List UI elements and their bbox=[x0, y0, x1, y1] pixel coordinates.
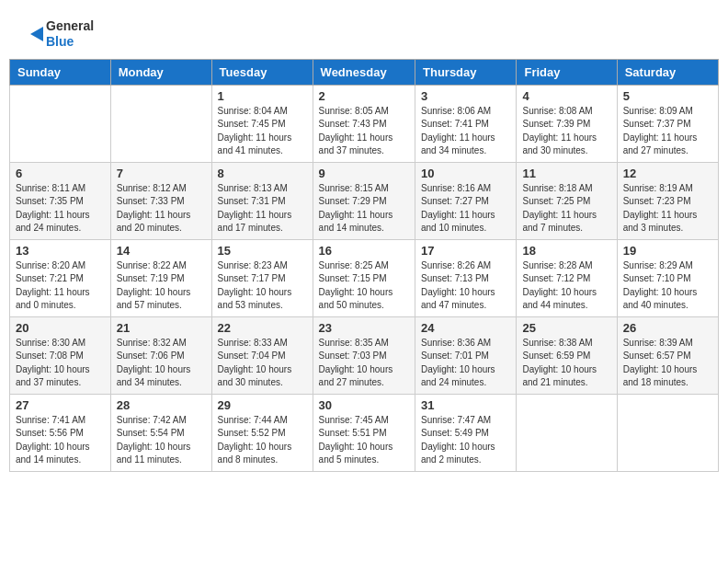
daylight-text: Daylight: 11 hours and 37 minutes. bbox=[319, 132, 393, 156]
calendar-cell: 10 Sunrise: 8:16 AM Sunset: 7:27 PM Dayl… bbox=[415, 162, 517, 239]
sunset-text: Sunset: 5:56 PM bbox=[16, 428, 84, 438]
day-number: 28 bbox=[117, 398, 206, 412]
daylight-text: Daylight: 10 hours and 11 minutes. bbox=[117, 442, 191, 465]
sunset-text: Sunset: 7:19 PM bbox=[117, 273, 185, 283]
day-info: Sunrise: 8:12 AM Sunset: 7:33 PM Dayligh… bbox=[117, 182, 206, 236]
sunset-text: Sunset: 5:49 PM bbox=[421, 428, 489, 438]
day-number: 27 bbox=[16, 398, 105, 412]
logo-bird-icon bbox=[23, 21, 43, 47]
day-number: 25 bbox=[522, 321, 610, 335]
sunrise-text: Sunrise: 8:04 AM bbox=[218, 106, 288, 116]
calendar-week-3: 13 Sunrise: 8:20 AM Sunset: 7:21 PM Dayl… bbox=[10, 239, 719, 316]
daylight-text: Daylight: 10 hours and 8 minutes. bbox=[218, 442, 292, 465]
day-info: Sunrise: 7:44 AM Sunset: 5:52 PM Dayligh… bbox=[218, 414, 307, 467]
day-info: Sunrise: 8:08 AM Sunset: 7:39 PM Dayligh… bbox=[522, 105, 610, 158]
svg-marker-0 bbox=[30, 27, 43, 41]
daylight-text: Daylight: 10 hours and 5 minutes. bbox=[319, 442, 393, 465]
day-info: Sunrise: 8:18 AM Sunset: 7:25 PM Dayligh… bbox=[522, 182, 610, 236]
calendar-cell: 6 Sunrise: 8:11 AM Sunset: 7:35 PM Dayli… bbox=[10, 162, 111, 239]
day-info: Sunrise: 7:42 AM Sunset: 5:54 PM Dayligh… bbox=[117, 414, 206, 467]
day-info: Sunrise: 8:22 AM Sunset: 7:19 PM Dayligh… bbox=[117, 259, 206, 313]
day-number: 16 bbox=[319, 244, 409, 258]
calendar-cell: 3 Sunrise: 8:06 AM Sunset: 7:41 PM Dayli… bbox=[415, 85, 517, 162]
page-header: General Blue bbox=[9, 9, 719, 54]
daylight-text: Daylight: 10 hours and 44 minutes. bbox=[522, 287, 597, 311]
calendar-cell: 8 Sunrise: 8:13 AM Sunset: 7:31 PM Dayli… bbox=[211, 162, 313, 239]
sunrise-text: Sunrise: 8:25 AM bbox=[319, 260, 389, 270]
sunset-text: Sunset: 7:29 PM bbox=[319, 196, 387, 206]
logo-line2: Blue bbox=[46, 34, 94, 50]
sunset-text: Sunset: 6:57 PM bbox=[623, 350, 691, 361]
sunset-text: Sunset: 7:33 PM bbox=[117, 196, 185, 206]
daylight-text: Daylight: 10 hours and 53 minutes. bbox=[218, 287, 292, 311]
daylight-text: Daylight: 10 hours and 18 minutes. bbox=[623, 364, 698, 388]
sunrise-text: Sunrise: 8:35 AM bbox=[319, 338, 389, 348]
day-number: 17 bbox=[421, 244, 510, 258]
calendar-header-row: SundayMondayTuesdayWednesdayThursdayFrid… bbox=[10, 59, 719, 85]
sunrise-text: Sunrise: 8:26 AM bbox=[421, 260, 491, 270]
sunset-text: Sunset: 5:54 PM bbox=[117, 428, 185, 438]
sunset-text: Sunset: 5:51 PM bbox=[319, 428, 387, 438]
day-number: 15 bbox=[218, 244, 307, 258]
daylight-text: Daylight: 10 hours and 47 minutes. bbox=[421, 287, 495, 311]
calendar-cell: 11 Sunrise: 8:18 AM Sunset: 7:25 PM Dayl… bbox=[517, 162, 617, 239]
calendar-cell bbox=[617, 394, 718, 471]
sunrise-text: Sunrise: 8:11 AM bbox=[16, 183, 85, 193]
calendar-cell: 24 Sunrise: 8:36 AM Sunset: 7:01 PM Dayl… bbox=[415, 316, 517, 394]
sunset-text: Sunset: 7:17 PM bbox=[218, 273, 286, 283]
column-header-sunday: Sunday bbox=[10, 59, 111, 85]
sunset-text: Sunset: 7:23 PM bbox=[623, 196, 691, 206]
sunrise-text: Sunrise: 8:13 AM bbox=[218, 183, 288, 193]
day-info: Sunrise: 8:04 AM Sunset: 7:45 PM Dayligh… bbox=[218, 105, 307, 158]
daylight-text: Daylight: 11 hours and 14 minutes. bbox=[319, 210, 393, 234]
sunrise-text: Sunrise: 8:36 AM bbox=[421, 338, 491, 348]
calendar-cell: 27 Sunrise: 7:41 AM Sunset: 5:56 PM Dayl… bbox=[10, 394, 111, 471]
day-info: Sunrise: 8:23 AM Sunset: 7:17 PM Dayligh… bbox=[218, 259, 307, 313]
day-number: 26 bbox=[623, 321, 712, 335]
day-info: Sunrise: 8:25 AM Sunset: 7:15 PM Dayligh… bbox=[319, 259, 409, 313]
day-info: Sunrise: 7:47 AM Sunset: 5:49 PM Dayligh… bbox=[421, 414, 510, 467]
day-info: Sunrise: 8:09 AM Sunset: 7:37 PM Dayligh… bbox=[623, 105, 712, 158]
sunrise-text: Sunrise: 7:44 AM bbox=[218, 415, 288, 425]
calendar-cell bbox=[10, 85, 111, 162]
sunset-text: Sunset: 7:21 PM bbox=[16, 273, 84, 283]
day-info: Sunrise: 8:36 AM Sunset: 7:01 PM Dayligh… bbox=[421, 337, 510, 390]
sunset-text: Sunset: 7:06 PM bbox=[117, 350, 185, 361]
calendar-week-5: 27 Sunrise: 7:41 AM Sunset: 5:56 PM Dayl… bbox=[10, 394, 719, 471]
calendar-cell: 15 Sunrise: 8:23 AM Sunset: 7:17 PM Dayl… bbox=[211, 239, 313, 316]
day-number: 13 bbox=[16, 244, 105, 258]
sunset-text: Sunset: 7:01 PM bbox=[421, 350, 489, 361]
sunset-text: Sunset: 7:31 PM bbox=[218, 196, 286, 206]
daylight-text: Daylight: 11 hours and 20 minutes. bbox=[117, 210, 191, 234]
logo-container: General Blue bbox=[23, 18, 94, 50]
day-number: 11 bbox=[522, 167, 610, 180]
logo: General Blue bbox=[23, 18, 94, 50]
calendar-cell: 9 Sunrise: 8:15 AM Sunset: 7:29 PM Dayli… bbox=[313, 162, 415, 239]
calendar-week-1: 1 Sunrise: 8:04 AM Sunset: 7:45 PM Dayli… bbox=[10, 85, 719, 162]
day-number: 9 bbox=[319, 167, 409, 180]
sunset-text: Sunset: 7:10 PM bbox=[623, 273, 691, 283]
day-number: 22 bbox=[218, 321, 307, 335]
day-info: Sunrise: 8:28 AM Sunset: 7:12 PM Dayligh… bbox=[522, 259, 610, 313]
calendar-cell: 21 Sunrise: 8:32 AM Sunset: 7:06 PM Dayl… bbox=[110, 316, 211, 394]
day-number: 21 bbox=[117, 321, 206, 335]
calendar-cell: 1 Sunrise: 8:04 AM Sunset: 7:45 PM Dayli… bbox=[211, 85, 313, 162]
calendar-cell: 5 Sunrise: 8:09 AM Sunset: 7:37 PM Dayli… bbox=[617, 85, 718, 162]
sunrise-text: Sunrise: 8:30 AM bbox=[16, 338, 85, 348]
sunset-text: Sunset: 7:39 PM bbox=[522, 119, 590, 129]
day-number: 29 bbox=[218, 398, 307, 412]
sunrise-text: Sunrise: 8:22 AM bbox=[117, 260, 187, 270]
sunrise-text: Sunrise: 8:39 AM bbox=[623, 338, 693, 348]
daylight-text: Daylight: 10 hours and 24 minutes. bbox=[421, 364, 495, 388]
sunrise-text: Sunrise: 7:42 AM bbox=[117, 415, 187, 425]
day-number: 19 bbox=[623, 244, 712, 258]
sunset-text: Sunset: 7:13 PM bbox=[421, 273, 489, 283]
column-header-tuesday: Tuesday bbox=[211, 59, 313, 85]
daylight-text: Daylight: 10 hours and 34 minutes. bbox=[117, 364, 191, 388]
daylight-text: Daylight: 10 hours and 21 minutes. bbox=[522, 364, 597, 388]
sunrise-text: Sunrise: 8:32 AM bbox=[117, 338, 187, 348]
day-number: 12 bbox=[623, 167, 712, 180]
sunset-text: Sunset: 7:12 PM bbox=[522, 273, 590, 283]
daylight-text: Daylight: 11 hours and 27 minutes. bbox=[623, 132, 698, 156]
daylight-text: Daylight: 11 hours and 41 minutes. bbox=[218, 132, 292, 156]
